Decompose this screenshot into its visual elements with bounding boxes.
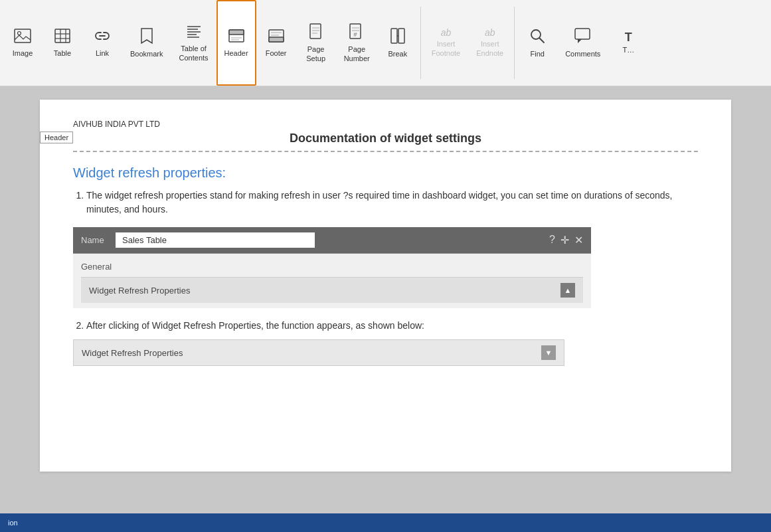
toolbar-item-insert-footnote: ab Insert Footnote xyxy=(424,0,468,86)
toolbar-item-insert-endnote: ab Insert Endnote xyxy=(468,0,511,86)
toolbar-label-find: Find xyxy=(530,50,544,58)
collapse-button-2[interactable]: ▼ xyxy=(541,345,556,360)
document-page: Header AIVHUB INDIA PVT LTD Documentatio… xyxy=(40,100,731,472)
find-icon xyxy=(529,27,546,47)
widget-panel-icons: ? ✛ ✕ xyxy=(549,234,583,246)
toolbar-item-track[interactable]: T T… xyxy=(608,0,648,86)
toolbar-divider-1 xyxy=(420,7,421,79)
widget-move-icon[interactable]: ✛ xyxy=(560,234,569,246)
toolbar-item-link[interactable]: Link xyxy=(82,0,122,86)
table-icon xyxy=(54,28,71,46)
pagenumber-icon: # xyxy=(348,23,365,43)
document-title: Documentation of widget settings xyxy=(73,132,698,145)
bookmark-icon xyxy=(139,27,154,47)
list-item-2: After clicking of Widget Refresh Propert… xyxy=(86,319,698,333)
status-text: ion xyxy=(8,519,18,527)
toolbar-label-footnote: Insert Footnote xyxy=(432,40,460,57)
document-body: Widget refresh properties: The widget re… xyxy=(73,165,698,366)
toolbar-label-footer: Footer xyxy=(266,49,287,58)
document-header-zone: Header AIVHUB INDIA PVT LTD Documentatio… xyxy=(73,120,698,152)
svg-rect-30 xyxy=(398,29,404,43)
collapse-button-1[interactable]: ▲ xyxy=(560,283,575,298)
widget-panel-1: Name ? ✛ ✕ General Widget Refresh Proper… xyxy=(73,227,591,308)
svg-rect-18 xyxy=(269,37,284,42)
toolbar-label-pagenumber: Page Number xyxy=(344,45,370,62)
toolbar-label-track: T… xyxy=(622,46,634,54)
svg-text:#: # xyxy=(354,31,357,38)
header-icon xyxy=(227,28,246,46)
svg-rect-14 xyxy=(229,30,244,35)
list-item-1: The widget refresh properties stand for … xyxy=(86,189,698,217)
break-icon xyxy=(389,27,406,47)
widget-panel-header: Name ? ✛ ✕ xyxy=(73,227,591,253)
toolbar-label-comments: Comments xyxy=(565,50,600,58)
svg-rect-34 xyxy=(575,29,590,39)
svg-rect-2 xyxy=(55,29,70,43)
svg-rect-21 xyxy=(310,24,321,39)
widget-refresh-row-2: Widget Refresh Properties ▼ xyxy=(73,339,564,366)
toolbar-item-footer[interactable]: Footer xyxy=(256,0,296,86)
footnote-icon: ab xyxy=(441,28,452,37)
toolbar-label-endnote: Insert Endnote xyxy=(476,40,503,57)
toolbar-item-bookmark[interactable]: Bookmark xyxy=(122,0,171,86)
toolbar-item-pagenumber[interactable]: # Page Number xyxy=(336,0,378,86)
svg-line-33 xyxy=(539,38,544,43)
endnote-icon: ab xyxy=(485,28,495,37)
toolbar-label-image: Image xyxy=(13,49,33,58)
general-row: General xyxy=(81,259,583,274)
toolbar: Image Table Link xyxy=(0,0,771,86)
widget-close-icon[interactable]: ✕ xyxy=(574,234,583,246)
link-icon xyxy=(94,28,111,46)
toolbar-item-pagesetup[interactable]: Page Setup xyxy=(296,0,336,86)
comments-icon xyxy=(574,27,592,47)
svg-rect-0 xyxy=(15,29,31,43)
status-bar: ion xyxy=(0,513,771,532)
toolbar-divider-2 xyxy=(514,7,515,79)
header-label: Header xyxy=(40,132,73,143)
section-heading: Widget refresh properties: xyxy=(73,165,698,181)
toolbar-item-toc[interactable]: Table of Contents xyxy=(171,0,216,86)
widget-name-input[interactable] xyxy=(116,232,315,248)
svg-point-1 xyxy=(18,31,21,35)
footer-icon xyxy=(267,28,286,46)
toolbar-item-break[interactable]: Break xyxy=(378,0,418,86)
toolbar-label-pagesetup: Page Setup xyxy=(306,45,325,62)
numbered-list: The widget refresh properties stand for … xyxy=(86,189,698,217)
svg-rect-29 xyxy=(391,29,397,43)
toolbar-item-find[interactable]: Find xyxy=(517,0,557,86)
document-area: Header AIVHUB INDIA PVT LTD Documentatio… xyxy=(0,86,771,513)
track-icon: T xyxy=(625,31,632,43)
toolbar-label-bookmark: Bookmark xyxy=(130,50,163,58)
toolbar-label-link: Link xyxy=(96,49,109,58)
toolbar-label-header: Header xyxy=(224,49,248,58)
toolbar-label-table: Table xyxy=(54,49,71,58)
toolbar-item-header[interactable]: Header xyxy=(216,0,256,86)
company-name: AIVHUB INDIA PVT LTD xyxy=(73,120,160,129)
widget-name-label: Name xyxy=(81,235,108,245)
widget-refresh-row-1: Widget Refresh Properties ▲ xyxy=(81,277,583,303)
widget-refresh-label-1: Widget Refresh Properties xyxy=(89,286,190,296)
widget-refresh-label-2: Widget Refresh Properties xyxy=(82,348,183,358)
toolbar-item-table[interactable]: Table xyxy=(43,0,82,86)
numbered-list-2: After clicking of Widget Refresh Propert… xyxy=(86,319,698,333)
image-icon xyxy=(13,28,32,46)
toolbar-item-comments[interactable]: Comments xyxy=(557,0,608,86)
toolbar-item-image[interactable]: Image xyxy=(3,0,43,86)
widget-help-icon[interactable]: ? xyxy=(549,234,555,246)
pagesetup-icon xyxy=(308,23,324,43)
toolbar-label-break: Break xyxy=(388,50,407,58)
toolbar-label-toc: Table of Contents xyxy=(179,44,209,62)
widget-panel-body: General Widget Refresh Properties ▲ xyxy=(73,253,591,308)
toc-icon xyxy=(185,23,203,42)
